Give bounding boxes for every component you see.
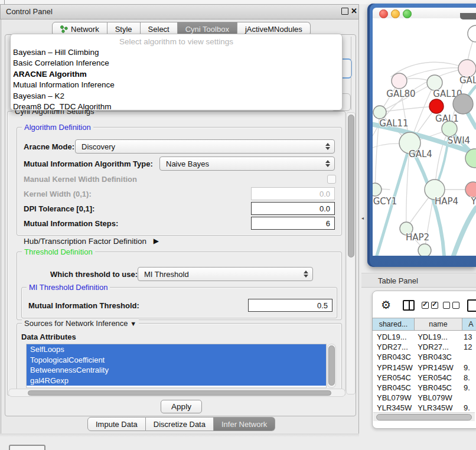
which-threshold-value: MI Threshold [144, 270, 189, 279]
table-cell: YPR145W [413, 363, 459, 373]
network-edge [380, 106, 436, 112]
network-node[interactable] [442, 121, 457, 136]
table-column-header[interactable]: A [462, 318, 476, 331]
select-all-columns-icon[interactable] [422, 302, 438, 309]
export-table-icon[interactable] [467, 299, 476, 312]
scrollbar-thumb[interactable] [376, 414, 472, 420]
scrollbar-thumb[interactable] [348, 115, 354, 257]
tab-discretize-data[interactable]: Discretize Data [146, 417, 214, 431]
dropdown-item[interactable]: Bayesian – Hill Climbing [11, 47, 342, 58]
scrollbar-thumb[interactable] [28, 390, 331, 396]
table-row[interactable]: YBL079WYBL079W [372, 393, 476, 403]
table-row[interactable]: YDL19...YDL19...13 [372, 332, 476, 342]
kernel-width-field[interactable]: 0.0 [251, 187, 335, 200]
bottom-tabbar: Impute DataDiscretize DataInfer Network [87, 417, 275, 431]
table-cell [459, 352, 476, 362]
table-cell: YBR045C [372, 383, 413, 393]
network-node[interactable] [392, 73, 407, 89]
mi-steps-field[interactable]: 6 [251, 217, 335, 230]
table-row[interactable]: YPR145WYPR145W9. [372, 363, 476, 373]
combo-stepper-icon [325, 143, 330, 150]
mi-type-combobox[interactable]: Naive Bayes [159, 156, 335, 171]
table-column-header[interactable]: shared... [372, 318, 415, 331]
hub-definition-toggle[interactable]: Hub/Transcription Factor Definition ▶ [24, 237, 159, 246]
network-node-label: GCY1 [373, 196, 397, 207]
mi-threshold-field[interactable]: 0.5 [248, 299, 332, 312]
algorithm-dropdown-popup: Select algorithm to view settings Bayesi… [10, 34, 343, 110]
aracne-mode-value: Discovery [81, 142, 115, 151]
table-panel-title: Table Panel [378, 276, 418, 285]
minimized-panel-icon[interactable] [9, 445, 45, 450]
attribute-list-item[interactable]: gal4RGexp [27, 376, 326, 386]
network-node-label: HAP2 [406, 232, 429, 243]
close-traffic-light-icon[interactable] [379, 9, 388, 18]
float-window-icon[interactable] [341, 8, 348, 15]
dropdown-item[interactable]: Bayesian – K2 [11, 91, 342, 102]
panel-bottom-shadow [0, 433, 359, 437]
network-node[interactable] [468, 25, 476, 42]
network-node[interactable] [418, 244, 431, 256]
table-cell: YDR27... [372, 342, 413, 352]
which-threshold-combobox[interactable]: MI Threshold [138, 267, 313, 281]
table-cell: YLR345W [413, 403, 459, 413]
gear-icon[interactable]: ⚙ [381, 299, 391, 311]
attribute-list-item[interactable]: BetweennessCentrality [27, 365, 326, 376]
network-node-label: GAL80 [386, 89, 415, 99]
zoom-traffic-light-icon[interactable] [403, 9, 412, 18]
table-row[interactable]: YBR045CYBR045C9. [372, 383, 476, 393]
data-attributes-label: Data Attributes [21, 332, 76, 341]
sources-title-text: Sources for Network Inference [24, 319, 128, 328]
table-cell: YBR043C [372, 352, 413, 362]
tab-infer-network[interactable]: Infer Network [214, 417, 275, 431]
dropdown-item[interactable]: Mutual Information Inference [11, 80, 342, 90]
settings-vertical-scrollbar[interactable] [346, 112, 356, 394]
columns-icon[interactable] [403, 300, 415, 311]
network-canvas-svg[interactable]: GALGAL80GAL10GAL1GAL11SWI4GAL4GCY1HAP4YH… [373, 18, 476, 256]
tab-impute-data[interactable]: Impute Data [87, 417, 146, 431]
aracne-mode-combobox[interactable]: Discovery [75, 139, 335, 154]
attribute-list-item[interactable]: SelfLoops [27, 344, 326, 355]
table-cell: YBR043C [413, 352, 459, 362]
table-cell: YER054C [413, 373, 459, 383]
network-node[interactable] [373, 106, 386, 119]
table-cell: YBL079W [413, 393, 459, 403]
table-hscrollbar-track[interactable] [373, 412, 475, 421]
table-row[interactable]: YER054CYER054C8. [372, 373, 476, 383]
mi-steps-value: 6 [326, 219, 330, 228]
settings-horizontal-scrollbar[interactable] [8, 389, 345, 397]
table-row[interactable]: YBR043CYBR043C [372, 352, 476, 362]
attributes-list-scrollbar[interactable] [327, 344, 336, 388]
dropdown-item[interactable]: ARACNE Algorithm [11, 69, 342, 80]
dropdown-prompt: Select algorithm to view settings [11, 34, 342, 47]
kernel-width-label: Kernel Width (0,1): [24, 190, 92, 198]
close-icon[interactable]: ✕ [351, 6, 357, 15]
table-column-header[interactable]: name [415, 318, 462, 331]
manual-kernel-checkbox[interactable] [327, 175, 336, 184]
algorithm-definition-title: Algorithm Definition [22, 123, 93, 132]
deselect-all-columns-icon[interactable] [443, 302, 459, 309]
table-cell: YPR145W [372, 363, 413, 373]
network-node[interactable] [429, 99, 444, 113]
network-node[interactable] [465, 182, 476, 197]
attribute-list-item[interactable]: TopologicalCoefficient [27, 355, 326, 366]
table-cell: YDR27... [413, 342, 459, 352]
mi-threshold-value: 0.5 [317, 301, 328, 310]
minimize-traffic-light-icon[interactable] [391, 9, 400, 18]
network-node[interactable] [453, 94, 473, 114]
table-row[interactable]: YDR27...YDR27...12 [372, 342, 476, 352]
dropdown-item[interactable]: Dream8 DC_TDC Algorithm [11, 102, 342, 112]
split-pane-collapse-icon[interactable]: ◂ [361, 216, 364, 221]
data-attributes-list[interactable]: SelfLoopsTopologicalCoefficientBetweenne… [26, 344, 327, 388]
tab-label: Style [115, 25, 132, 34]
network-node[interactable] [373, 183, 382, 196]
dropdown-item[interactable]: Basic Correlation Inference [11, 58, 342, 69]
tab-label: Discretize Data [154, 420, 206, 429]
scrollbar-thumb[interactable] [328, 345, 335, 386]
collapse-down-icon[interactable]: ▼ [130, 320, 136, 327]
table-row[interactable]: YLR345WYLR345W9. [372, 403, 476, 413]
threshold-definition-title: Threshold Definition [22, 247, 95, 256]
table-cell: YDL19... [413, 332, 459, 342]
dpi-tolerance-field[interactable]: 0.0 [251, 202, 335, 215]
table-cell: YBL079W [372, 393, 413, 403]
apply-button[interactable]: Apply [161, 400, 202, 413]
